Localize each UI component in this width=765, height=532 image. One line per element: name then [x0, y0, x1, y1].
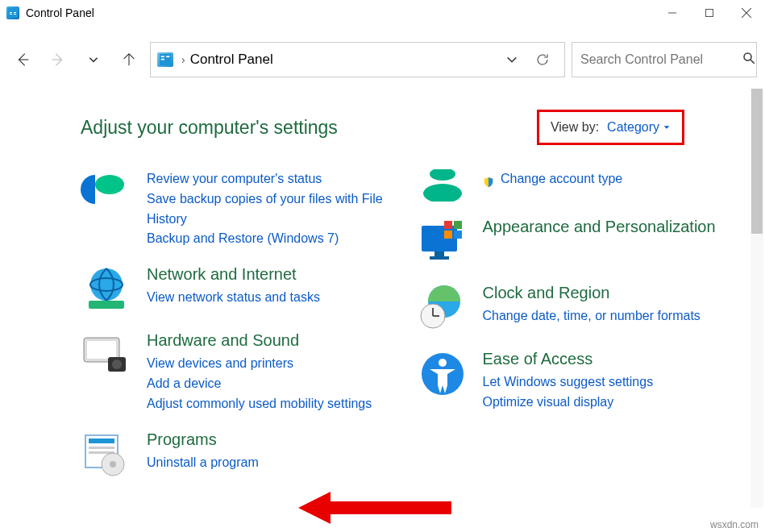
titlebar: Control Panel	[0, 0, 765, 26]
ease-access-icon	[417, 348, 468, 400]
close-button[interactable]	[728, 0, 765, 26]
maximize-button[interactable]	[691, 0, 728, 26]
svg-marker-42	[298, 492, 451, 524]
title-programs[interactable]: Programs	[147, 429, 397, 450]
link-mobility[interactable]: Adjust commonly used mobility settings	[147, 394, 397, 414]
search-box[interactable]	[572, 42, 757, 77]
link-optimize-visual[interactable]: Optimize visual display	[483, 393, 734, 413]
network-icon	[81, 264, 132, 315]
search-input[interactable]	[580, 52, 742, 67]
forward-button[interactable]	[44, 45, 73, 74]
left-column: Review your computer's status Save backu…	[81, 169, 397, 495]
back-button[interactable]	[8, 45, 37, 74]
svg-point-13	[95, 175, 124, 194]
link-file-history[interactable]: Save backup copies of your files with Fi…	[147, 189, 397, 230]
category-user-accounts: Change account type	[417, 169, 734, 202]
scrollbar[interactable]	[750, 89, 763, 508]
breadcrumb-current[interactable]: Control Panel	[190, 52, 273, 68]
category-appearance: Appearance and Personalization	[417, 216, 734, 268]
title-clock[interactable]: Clock and Region	[483, 282, 734, 303]
viewby-label: View by:	[551, 120, 599, 135]
scrollbar-thumb[interactable]	[751, 89, 763, 234]
svg-point-41	[439, 359, 447, 367]
svg-rect-35	[454, 231, 462, 239]
svg-rect-22	[89, 438, 114, 443]
svg-point-20	[112, 360, 122, 369]
svg-rect-33	[454, 221, 462, 229]
svg-point-28	[423, 184, 462, 202]
title-appearance[interactable]: Appearance and Personalization	[483, 216, 734, 237]
window-title: Control Panel	[26, 6, 94, 19]
accounts-icon	[417, 169, 468, 202]
content-area: Adjust your computer's settings View by:…	[0, 85, 765, 495]
svg-rect-32	[444, 221, 452, 229]
svg-point-26	[110, 461, 116, 468]
category-clock: Clock and Region Change date, time, or n…	[417, 282, 734, 334]
category-network: Network and Internet View network status…	[81, 264, 397, 315]
svg-rect-2	[706, 10, 713, 17]
category-system-security: Review your computer's status Save backu…	[81, 169, 397, 249]
link-review-status[interactable]: Review your computer's status	[147, 169, 397, 189]
minimize-button[interactable]	[654, 0, 691, 26]
svg-rect-31	[430, 256, 449, 260]
svg-line-12	[750, 60, 755, 64]
link-suggest-settings[interactable]: Let Windows suggest settings	[483, 372, 734, 393]
appearance-icon	[417, 216, 468, 268]
svg-rect-9	[161, 59, 164, 60]
link-date-time[interactable]: Change date, time, or number formats	[483, 306, 734, 326]
svg-point-11	[744, 53, 751, 60]
svg-rect-10	[166, 56, 169, 57]
programs-icon	[81, 429, 132, 480]
svg-point-14	[90, 268, 123, 301]
address-bar[interactable]: › Control Panel	[150, 42, 565, 77]
recent-dropdown[interactable]	[79, 45, 108, 74]
window-controls	[654, 0, 765, 26]
breadcrumb-chevron-icon[interactable]: ›	[177, 53, 190, 66]
control-panel-icon	[157, 52, 173, 67]
right-column: Change account type Appearance and Perso…	[417, 169, 734, 495]
refresh-button[interactable]	[527, 52, 558, 67]
chevron-down-icon	[663, 123, 671, 131]
up-button[interactable]	[114, 45, 143, 74]
address-dropdown-icon[interactable]	[497, 53, 527, 66]
svg-rect-16	[89, 301, 124, 309]
link-devices-printers[interactable]: View devices and printers	[147, 354, 397, 374]
viewby-dropdown[interactable]: Category	[607, 120, 671, 135]
link-network-status[interactable]: View network status and tasks	[147, 288, 397, 308]
app-icon	[6, 6, 19, 19]
watermark: wsxdn.com	[710, 519, 759, 530]
svg-rect-23	[89, 447, 114, 449]
shield-icon	[483, 174, 494, 185]
category-ease-access: Ease of Access Let Windows suggest setti…	[417, 348, 734, 413]
page-heading: Adjust your computer's settings	[81, 117, 338, 139]
viewby-value: Category	[607, 120, 659, 135]
link-backup-restore[interactable]: Backup and Restore (Windows 7)	[147, 229, 397, 249]
link-change-account[interactable]: Change account type	[483, 169, 734, 189]
viewby-highlight: View by: Category	[537, 110, 684, 145]
svg-rect-8	[161, 56, 164, 57]
clock-icon	[417, 282, 468, 334]
title-ease-access[interactable]: Ease of Access	[483, 348, 734, 369]
title-hardware[interactable]: Hardware and Sound	[147, 330, 397, 351]
svg-rect-34	[444, 231, 452, 239]
hardware-icon	[81, 330, 132, 381]
toolbar: › Control Panel	[0, 26, 765, 85]
category-programs: Programs Uninstall a program	[81, 429, 397, 480]
svg-rect-30	[434, 251, 444, 256]
search-icon[interactable]	[742, 51, 756, 69]
link-uninstall[interactable]: Uninstall a program	[147, 453, 397, 473]
security-icon	[81, 169, 132, 221]
svg-point-27	[430, 169, 455, 181]
link-add-device[interactable]: Add a device	[147, 374, 397, 394]
svg-rect-18	[87, 341, 116, 359]
title-network[interactable]: Network and Internet	[147, 264, 397, 285]
svg-rect-0	[8, 8, 18, 18]
category-hardware: Hardware and Sound View devices and prin…	[81, 330, 397, 414]
